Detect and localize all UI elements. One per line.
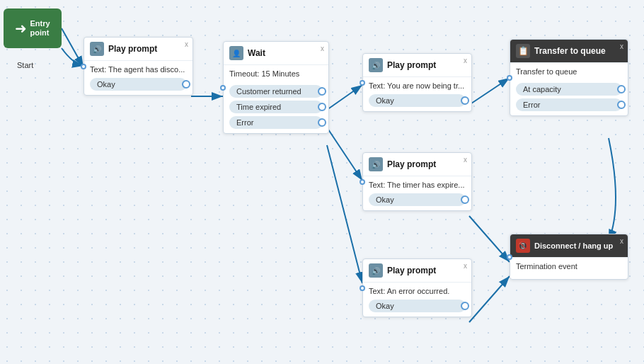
play-prompt-3-output-okay[interactable]: Okay [369, 193, 466, 206]
play-prompt-4-body: Text: An error occurred. Okay [363, 283, 471, 317]
speaker-icon-1: 🔊 [90, 42, 104, 56]
wait-title: Wait [248, 48, 323, 58]
play-prompt-2-input-port [360, 80, 365, 86]
transfer-close[interactable]: x [620, 42, 623, 50]
wait-close[interactable]: x [321, 45, 324, 52]
transfer-output-error[interactable]: Error [516, 98, 622, 111]
play-prompt-2-text: Text: You are now being tr... [369, 81, 466, 90]
play-prompt-2-header: 🔊 Play prompt x [363, 54, 471, 77]
play-prompt-4-input-port [360, 285, 365, 291]
wait-header: 👤 Wait x [224, 42, 328, 65]
entry-point-label: Entry point [30, 19, 50, 38]
transfer-title: Transfer to queue [534, 46, 622, 56]
wait-icon: 👤 [229, 46, 243, 60]
play-prompt-3-title: Play prompt [387, 159, 466, 169]
disconnect-title: Disconnect / hang up [534, 241, 622, 250]
play-prompt-1-close[interactable]: x [185, 40, 188, 48]
wait-output-returned[interactable]: Customer returned [229, 85, 323, 98]
wait-output-error[interactable]: Error [229, 116, 323, 129]
play-prompt-3-card[interactable]: 🔊 Play prompt x Text: The timer has expi… [362, 152, 472, 211]
play-prompt-2-title: Play prompt [387, 60, 466, 70]
disconnect-icon: 📵 [516, 239, 530, 253]
entry-point-node[interactable]: ➜ Entry point [4, 8, 62, 48]
transfer-body-text: Transfer to queue [516, 67, 622, 76]
disconnect-body: Termination event [510, 258, 628, 279]
transfer-to-queue-card[interactable]: 📋 Transfer to queue x Transfer to queue … [510, 39, 628, 116]
wait-body: Timeout: 15 Minutes Customer returned Ti… [224, 65, 328, 133]
wait-timeout-text: Timeout: 15 Minutes [229, 69, 323, 78]
disconnect-card[interactable]: 📵 Disconnect / hang up x Termination eve… [510, 234, 628, 280]
transfer-input-port [507, 75, 512, 81]
disconnect-close[interactable]: x [620, 237, 623, 245]
play-prompt-4-output-okay[interactable]: Okay [369, 300, 466, 312]
play-prompt-4-text: Text: An error occurred. [369, 287, 466, 295]
play-prompt-4-title: Play prompt [387, 266, 466, 275]
wait-input-port [220, 85, 226, 91]
play-prompt-1-card[interactable]: 🔊 Play prompt x Text: The agent has disc… [84, 37, 193, 96]
play-prompt-4-header: 🔊 Play prompt x [363, 259, 471, 283]
speaker-icon-3: 🔊 [369, 157, 383, 171]
play-prompt-1-body: Text: The agent has disco... Okay [84, 61, 192, 95]
play-prompt-2-body: Text: You are now being tr... Okay [363, 77, 471, 111]
play-prompt-4-close[interactable]: x [464, 262, 467, 270]
play-prompt-3-header: 🔊 Play prompt x [363, 153, 471, 176]
play-prompt-3-input-port [360, 179, 365, 185]
play-prompt-4-card[interactable]: 🔊 Play prompt x Text: An error occurred.… [362, 258, 472, 317]
disconnect-input-port [507, 254, 512, 260]
play-prompt-2-close[interactable]: x [464, 57, 467, 64]
play-prompt-3-body: Text: The timer has expire... Okay [363, 176, 471, 210]
play-prompt-2-card[interactable]: 🔊 Play prompt x Text: You are now being … [362, 53, 472, 112]
play-prompt-1-output-okay[interactable]: Okay [90, 78, 187, 91]
transfer-body: Transfer to queue At capacity Error [510, 63, 628, 115]
disconnect-termination-text: Termination event [516, 262, 622, 271]
play-prompt-1-title: Play prompt [108, 44, 187, 54]
wait-card[interactable]: 👤 Wait x Timeout: 15 Minutes Customer re… [223, 41, 329, 134]
wait-output-expired[interactable]: Time expired [229, 101, 323, 113]
play-prompt-3-close[interactable]: x [464, 156, 467, 164]
disconnect-header-bar: 📵 Disconnect / hang up x [510, 234, 628, 258]
transfer-output-capacity[interactable]: At capacity [516, 83, 622, 96]
entry-arrow-icon: ➜ [15, 20, 27, 37]
start-label: Start [17, 61, 33, 69]
transfer-header: 📋 Transfer to queue x [510, 40, 628, 63]
flow-canvas: ➜ Entry point Start 🔊 Play prompt x Text… [0, 0, 644, 364]
transfer-icon: 📋 [516, 44, 530, 58]
play-prompt-1-header: 🔊 Play prompt x [84, 38, 192, 61]
play-prompt-1-input-port [81, 64, 86, 69]
speaker-icon-4: 🔊 [369, 263, 383, 278]
play-prompt-1-text: Text: The agent has disco... [90, 65, 187, 74]
play-prompt-3-text: Text: The timer has expire... [369, 181, 466, 189]
speaker-icon-2: 🔊 [369, 58, 383, 72]
play-prompt-2-output-okay[interactable]: Okay [369, 94, 466, 107]
